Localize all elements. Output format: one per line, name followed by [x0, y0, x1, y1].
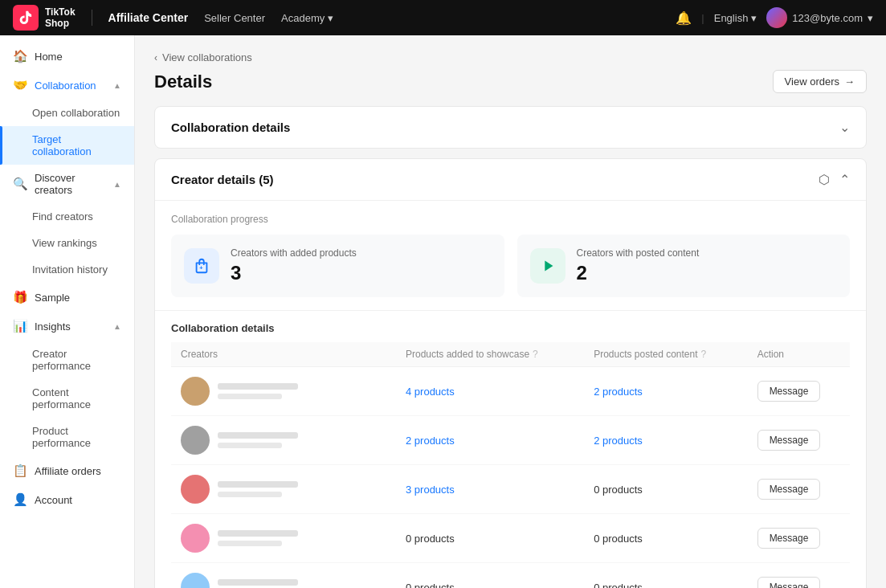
- sidebar-item-home[interactable]: 🏠 Home: [0, 42, 134, 71]
- help-icon[interactable]: ?: [533, 349, 538, 360]
- external-link-icon[interactable]: ⬡: [819, 172, 830, 187]
- sidebar-item-content-performance[interactable]: Content performance: [0, 379, 134, 418]
- home-icon: 🏠: [13, 49, 28, 63]
- seller-center-link[interactable]: Seller Center: [204, 12, 265, 24]
- sidebar-item-affiliate-orders[interactable]: 📋 Affiliate orders: [0, 456, 134, 485]
- sidebar-section-insights[interactable]: 📊 Insights ▲: [0, 312, 134, 341]
- action-cell-4: Message: [748, 563, 850, 589]
- academy-link[interactable]: Academy ▾: [281, 12, 333, 24]
- collaboration-details-title: Collaboration details: [171, 120, 290, 134]
- sidebar-section-collaboration[interactable]: 🤝 Collaboration ▲: [0, 71, 134, 100]
- products-posted-link[interactable]: 2 products: [594, 435, 643, 447]
- creator-handle: [218, 443, 282, 448]
- insights-icon: 📊: [13, 319, 28, 333]
- posted-content-card: Creators with posted content 2: [517, 235, 851, 297]
- breadcrumb[interactable]: ‹ View collaborations: [154, 51, 867, 63]
- user-menu[interactable]: 123@byte.com ▾: [766, 7, 873, 28]
- products-added-cell-0[interactable]: 4 products: [396, 367, 584, 416]
- products-added-text: 0 products: [406, 582, 455, 589]
- main-content: ‹ View collaborations Details View order…: [135, 35, 886, 588]
- products-added-cell-3: 0 products: [396, 514, 584, 563]
- view-orders-button[interactable]: View orders →: [773, 70, 867, 93]
- posted-content-count: 2: [577, 262, 700, 284]
- back-arrow-icon: ‹: [154, 52, 157, 63]
- table-row: 3 products0 productsMessage: [171, 465, 850, 514]
- creator-handle: [218, 394, 282, 399]
- added-products-count: 3: [231, 262, 357, 284]
- sidebar-item-account[interactable]: 👤 Account: [0, 485, 134, 514]
- sidebar-item-view-rankings[interactable]: View rankings: [0, 230, 134, 256]
- products-added-link[interactable]: 3 products: [406, 484, 455, 496]
- chevron-down-icon[interactable]: ⌄: [839, 120, 850, 135]
- table-row: 2 products2 productsMessage: [171, 416, 850, 465]
- creator-details-card: Creator details (5) ⬡ ⌃ Collaboration pr…: [154, 158, 867, 588]
- arrow-right-icon: →: [844, 76, 855, 88]
- sidebar-section-discover-creators[interactable]: 🔍 Discover creators ▲: [0, 165, 134, 203]
- collaboration-details-card: Collaboration details ⌄: [154, 106, 867, 149]
- products-added-link[interactable]: 2 products: [406, 435, 455, 447]
- orders-icon: 📋: [13, 463, 28, 478]
- creator-cell-1: [171, 416, 396, 465]
- chevron-down-icon: ▾: [751, 12, 757, 24]
- table-row: 4 products2 productsMessage: [171, 367, 850, 416]
- creator-avatar: [181, 426, 210, 455]
- message-button[interactable]: Message: [757, 577, 821, 588]
- table-body: 4 products2 productsMessage 2 products2 …: [171, 367, 850, 589]
- creator-name-block: [218, 579, 298, 588]
- discover-submenu: Find creators View rankings Invitation h…: [0, 203, 134, 283]
- message-button[interactable]: Message: [757, 479, 821, 500]
- sidebar-item-target-collaboration[interactable]: Target collaboration: [0, 126, 134, 165]
- details-section: Collaboration details Creators Products …: [155, 311, 866, 588]
- products-added-cell-2[interactable]: 3 products: [396, 465, 584, 514]
- creator-cell-0: [171, 367, 396, 416]
- sidebar: 🏠 Home 🤝 Collaboration ▲ Open collaborat…: [0, 35, 135, 588]
- col-action: Action: [748, 342, 850, 367]
- products-added-link[interactable]: 4 products: [406, 386, 455, 398]
- products-posted-text: 0 products: [594, 533, 643, 545]
- products-posted-cell-4: 0 products: [584, 563, 748, 589]
- help-icon[interactable]: ?: [701, 349, 707, 360]
- creator-handle: [218, 541, 282, 546]
- sidebar-item-product-performance[interactable]: Product performance: [0, 418, 134, 456]
- collaboration-submenu: Open collaboration Target collaboration: [0, 100, 134, 165]
- message-button[interactable]: Message: [757, 430, 821, 451]
- sidebar-item-open-collaboration[interactable]: Open collaboration: [0, 100, 134, 126]
- creator-name-block: [218, 432, 298, 448]
- creator-cell-4: [171, 563, 396, 589]
- products-posted-link[interactable]: 2 products: [594, 386, 643, 398]
- creator-details-header[interactable]: Creator details (5) ⬡ ⌃: [155, 159, 866, 201]
- sidebar-item-invitation-history[interactable]: Invitation history: [0, 256, 134, 283]
- message-button[interactable]: Message: [757, 381, 821, 402]
- col-creators: Creators: [171, 342, 396, 367]
- sidebar-item-sample[interactable]: 🎁 Sample: [0, 283, 134, 312]
- sidebar-item-find-creators[interactable]: Find creators: [0, 203, 134, 230]
- tiktok-logo-icon: [13, 5, 39, 31]
- page-header: Details View orders →: [154, 70, 867, 93]
- posted-content-icon: [530, 248, 565, 284]
- chevron-down-icon: ▾: [328, 12, 333, 24]
- creator-name-block: [218, 530, 298, 546]
- products-added-cell-1[interactable]: 2 products: [396, 416, 584, 465]
- chevron-up-icon[interactable]: ⌃: [839, 172, 850, 187]
- table-header: Creators Products added to showcase ?: [171, 342, 850, 367]
- collaboration-details-header[interactable]: Collaboration details ⌄: [155, 107, 866, 148]
- chevron-up-icon: ▲: [113, 322, 121, 331]
- creator-details-title: Creator details (5): [171, 173, 274, 186]
- sidebar-item-creator-performance[interactable]: Creator performance: [0, 341, 134, 379]
- products-added-cell-4: 0 products: [396, 563, 584, 589]
- creator-avatar: [181, 573, 210, 588]
- creator-name-block: [218, 383, 298, 399]
- logo[interactable]: TikTokShop: [13, 5, 76, 31]
- added-products-label: Creators with added products: [231, 247, 357, 259]
- main-layout: 🏠 Home 🤝 Collaboration ▲ Open collaborat…: [0, 35, 886, 588]
- language-selector[interactable]: English ▾: [714, 12, 757, 24]
- notification-bell-icon[interactable]: 🔔: [676, 10, 692, 26]
- products-posted-cell-1[interactable]: 2 products: [584, 416, 748, 465]
- creator-avatar: [181, 475, 210, 504]
- posted-content-info: Creators with posted content 2: [577, 247, 700, 284]
- products-posted-cell-0[interactable]: 2 products: [584, 367, 748, 416]
- added-products-info: Creators with added products 3: [231, 247, 357, 284]
- products-posted-cell-2: 0 products: [584, 465, 748, 514]
- top-navigation: TikTokShop Affiliate Center Seller Cente…: [0, 0, 886, 35]
- message-button[interactable]: Message: [757, 528, 821, 549]
